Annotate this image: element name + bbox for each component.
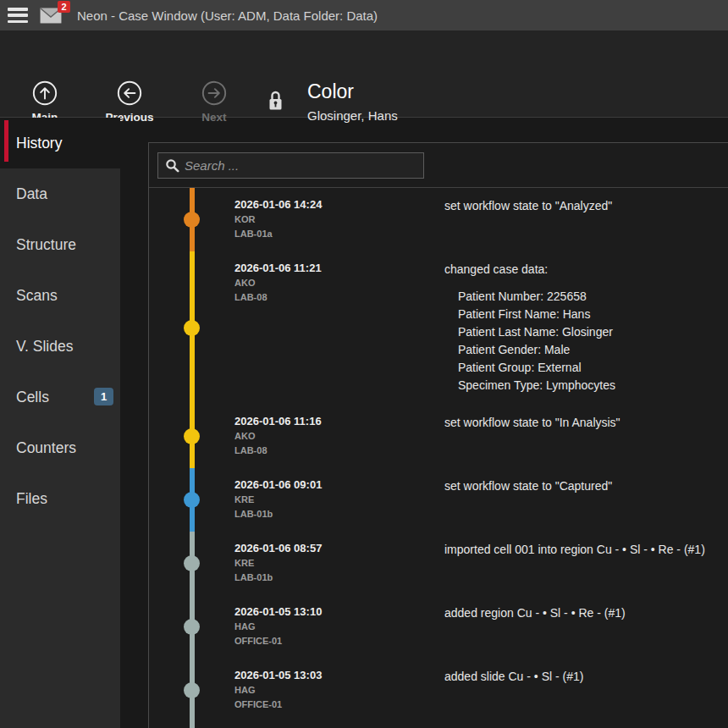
entry-description: set workflow state to "Analyzed" xyxy=(444,197,728,214)
sidebar-item-files[interactable]: Files xyxy=(0,473,120,524)
sidebar-item-label: V. Slides xyxy=(16,338,73,356)
sidebar-nav: History Data Structure Scans V. Slides C… xyxy=(0,118,120,728)
timeline-entry: 2026-01-06 09:01 KRE LAB-01b set workflo… xyxy=(234,477,728,541)
sidebar-item-label: Scans xyxy=(16,287,58,305)
messages-envelope-icon[interactable]: 2 xyxy=(40,8,62,24)
active-tab-indicator xyxy=(4,120,8,162)
search-box xyxy=(157,152,424,179)
entry-timestamp: 2026-01-06 08:57 xyxy=(234,541,444,556)
sidebar-item-label: Counters xyxy=(16,439,76,457)
case-data-line: Patient Gender: Male xyxy=(458,341,728,359)
entry-description-block: changed case data: Patient Number: 22565… xyxy=(444,261,728,394)
sidebar-item-label: Data xyxy=(16,185,47,203)
arrow-right-circle-icon xyxy=(201,80,227,106)
entry-description: added slide Cu - • Sl - (#1) xyxy=(444,668,728,685)
case-data-line: Specimen Type: Lymphocytes xyxy=(458,377,728,394)
title-bar: 2 Neon - Case Window (User: ADM, Data Fo… xyxy=(0,0,728,30)
case-data-line: Patient Group: External xyxy=(458,359,728,377)
sidebar-item-cells[interactable]: Cells 1 xyxy=(0,372,120,422)
sidebar-item-v-slides[interactable]: V. Slides xyxy=(0,321,120,372)
body: History Data Structure Scans V. Slides C… xyxy=(0,118,728,728)
entry-meta: 2026-01-06 11:16 AKO LAB-08 xyxy=(234,414,444,458)
entry-description-block: set workflow state to "In Analysis" xyxy=(444,414,728,458)
hamburger-menu-icon[interactable] xyxy=(8,8,28,23)
sidebar-item-history[interactable]: History xyxy=(0,118,120,168)
entry-timestamp: 2026-01-06 09:01 xyxy=(234,477,444,493)
timeline-entry: 2026-01-06 11:21 AKO LAB-08 changed case… xyxy=(234,261,728,414)
entry-station: LAB-01a xyxy=(234,227,444,241)
entry-timestamp: 2026-01-06 14:24 xyxy=(234,197,444,212)
entry-timestamp: 2026-01-06 11:16 xyxy=(234,414,444,429)
entry-description-block: imported cell 001 into region Cu - • Sl … xyxy=(444,541,728,585)
sidebar-item-structure[interactable]: Structure xyxy=(0,219,120,270)
entry-meta: 2026-01-05 13:03 HAG OFFICE-01 xyxy=(234,668,444,712)
case-data-line: Patient First Name: Hans xyxy=(458,306,728,323)
entry-meta: 2026-01-06 11:21 AKO LAB-08 xyxy=(234,261,444,394)
case-window: 2 Neon - Case Window (User: ADM, Data Fo… xyxy=(0,0,728,728)
sidebar-item-data[interactable]: Data xyxy=(0,168,120,219)
toolbar: Main Previous Next Color Glosin xyxy=(0,30,728,118)
entry-timestamp: 2026-01-06 11:21 xyxy=(234,261,444,276)
timeline-entry: 2026-01-06 11:16 AKO LAB-08 set workflow… xyxy=(234,414,728,477)
entry-station: LAB-08 xyxy=(234,444,444,458)
entry-station: LAB-08 xyxy=(234,290,444,305)
entry-user: AKO xyxy=(234,276,444,290)
entry-description: set workflow state to "In Analysis" xyxy=(444,414,728,431)
entry-timestamp: 2026-01-05 13:03 xyxy=(234,668,444,683)
search-input[interactable] xyxy=(185,153,423,178)
entry-user: HAG xyxy=(234,683,444,698)
entry-description: added region Cu - • Sl - • Re - (#1) xyxy=(444,604,728,621)
entry-description: set workflow state to "Captured" xyxy=(444,477,728,494)
cells-count-badge: 1 xyxy=(94,388,113,405)
search-row xyxy=(149,143,728,188)
case-data-line: Patient Number: 225658 xyxy=(458,288,728,306)
entry-description: imported cell 001 into region Cu - • Sl … xyxy=(444,541,728,558)
case-data-line: Patient Last Name: Glosinger xyxy=(458,323,728,341)
entry-description-block: set workflow state to "Captured" xyxy=(444,477,728,521)
entry-description-block: added region Cu - • Sl - • Re - (#1) xyxy=(444,604,728,648)
timeline-area: 2026-01-06 14:24 KOR LAB-01a set workflo… xyxy=(149,188,728,728)
sidebar-item-label: Files xyxy=(16,490,47,508)
entry-details: Patient Number: 225658Patient First Name… xyxy=(444,288,728,394)
entry-user: KOR xyxy=(234,212,444,227)
entry-user: KRE xyxy=(234,493,444,507)
arrow-left-circle-icon xyxy=(117,80,142,106)
entry-station: OFFICE-01 xyxy=(234,698,444,712)
timeline-entry: 2026-01-05 13:03 HAG OFFICE-01 added sli… xyxy=(234,668,728,728)
entry-user: AKO xyxy=(234,429,444,444)
sidebar-item-label: Cells xyxy=(16,389,49,406)
entry-station: LAB-01b xyxy=(234,507,444,521)
entry-meta: 2026-01-06 08:57 KRE LAB-01b xyxy=(234,541,444,585)
sidebar-item-counters[interactable]: Counters xyxy=(0,422,120,473)
unread-count-badge: 2 xyxy=(58,1,70,13)
lock-icon[interactable] xyxy=(268,90,283,116)
entry-meta: 2026-01-05 13:10 HAG OFFICE-01 xyxy=(234,604,444,648)
entry-station: LAB-01b xyxy=(234,571,444,585)
history-panel: 2026-01-06 14:24 KOR LAB-01a set workflo… xyxy=(148,142,728,728)
case-title: Color xyxy=(307,80,354,103)
arrow-up-circle-icon xyxy=(32,80,58,106)
entry-meta: 2026-01-06 14:24 KOR LAB-01a xyxy=(234,197,444,241)
timeline-entry: 2026-01-05 13:10 HAG OFFICE-01 added reg… xyxy=(234,604,728,668)
entry-description-block: set workflow state to "Analyzed" xyxy=(444,197,728,241)
search-icon xyxy=(165,158,179,173)
timeline-entry: 2026-01-06 08:57 KRE LAB-01b imported ce… xyxy=(234,541,728,604)
entry-user: KRE xyxy=(234,556,444,571)
entry-station: OFFICE-01 xyxy=(234,634,444,648)
sidebar-item-label: History xyxy=(16,135,62,152)
entry-user: HAG xyxy=(234,620,444,634)
sidebar-item-label: Structure xyxy=(16,236,76,254)
timeline-entries: 2026-01-06 14:24 KOR LAB-01a set workflo… xyxy=(149,188,728,728)
entry-description: changed case data: xyxy=(444,261,728,278)
sidebar-item-scans[interactable]: Scans xyxy=(0,270,120,321)
timeline-entry: 2026-01-06 14:24 KOR LAB-01a set workflo… xyxy=(234,197,728,261)
window-title: Neon - Case Window (User: ADM, Data Fold… xyxy=(77,8,378,23)
entry-meta: 2026-01-06 09:01 KRE LAB-01b xyxy=(234,477,444,521)
entry-timestamp: 2026-01-05 13:10 xyxy=(234,604,444,620)
entry-description-block: added slide Cu - • Sl - (#1) xyxy=(444,668,728,712)
